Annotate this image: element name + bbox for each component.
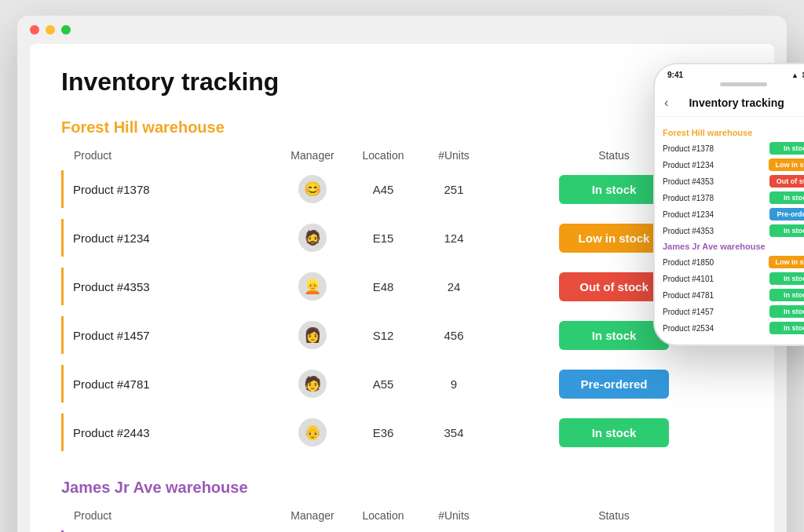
signal-icon: ▲ (791, 71, 799, 79)
warehouse-section-forest-hill: Forest Hill warehouse Product Manager Lo… (61, 118, 743, 454)
phone-status-badge: In stock (769, 191, 804, 204)
phone-status-badge: In stock (769, 305, 804, 318)
status-badge: In stock (559, 321, 669, 350)
phone-list-item: Product #4101 In stock (663, 272, 804, 285)
phone-list-item: Product #4353 Out of stock (663, 175, 804, 188)
status-badge: Out of stock (559, 272, 669, 301)
product-name: Product #1378 (61, 170, 281, 208)
phone-list-item: Product #1378 In stock (663, 191, 804, 204)
mobile-phone-mockup: 9:41 ▲ ⌘ ▮▮ ‹ Inventory tracking Forest … (653, 63, 804, 346)
phone-content: Forest Hill warehouse Product #1378 In s… (655, 117, 804, 344)
page-title: Inventory tracking (61, 67, 743, 97)
manager-avatar: 😊 (281, 175, 344, 203)
col-header-manager: Manager (281, 509, 344, 522)
product-name: Product #1457 (61, 316, 281, 354)
product-location: A45 (344, 183, 422, 196)
product-name: Product #4781 (61, 365, 281, 403)
phone-status-badge: Out of stock (769, 175, 804, 188)
phone-warehouse-title-forest-hill: Forest Hill warehouse (663, 128, 804, 137)
product-name: Product #4353 (61, 268, 281, 305)
maximize-dot[interactable] (61, 25, 71, 35)
product-units: 24 (422, 280, 485, 293)
phone-time: 9:41 (667, 71, 683, 79)
avatar: 👩 (298, 321, 327, 349)
phone-warehouse-title-james-jr: James Jr Ave warehouse (663, 242, 804, 251)
phone-product-name: Product #1850 (663, 258, 714, 267)
col-header-location: Location (344, 149, 422, 162)
manager-avatar: 🧑 (281, 370, 344, 398)
status-badge: In stock (559, 418, 669, 447)
phone-list-item: Product #2534 In stock (663, 322, 804, 334)
table-row: Product #2443 👴 E36 354 In stock (61, 411, 743, 454)
phone-notch (720, 82, 767, 86)
manager-avatar: 👱 (281, 272, 344, 301)
table-row: Product #1457 👩 S12 456 In stock (61, 314, 743, 356)
col-header-units: #Units (422, 509, 485, 522)
status-badge: Low in stock (559, 224, 669, 253)
col-header-status: Status (485, 509, 743, 522)
table-row: Product #4781 🧑 A55 9 Pre-ordered (61, 363, 743, 405)
phone-list-item: Product #1378 In stock (663, 142, 804, 155)
status-badge: In stock (559, 175, 669, 204)
phone-status-badge: In stock (769, 224, 804, 237)
col-header-manager: Manager (281, 149, 344, 162)
warehouse-title-forest-hill: Forest Hill warehouse (61, 118, 743, 137)
phone-list-item: Product #4781 In stock (663, 289, 804, 301)
close-dot[interactable] (30, 25, 39, 35)
product-name: Product #1234 (61, 219, 281, 257)
phone-list-item: Product #1234 Low in stock (663, 159, 804, 171)
table-row: Product #4353 👱 E48 24 Out of stock (61, 265, 743, 308)
product-location: E15 (344, 231, 422, 245)
phone-status-badge: In stock (769, 272, 804, 285)
avatar: 🧑 (298, 370, 327, 398)
status-badge: Pre-ordered (559, 370, 669, 399)
product-status: In stock (485, 418, 743, 447)
col-header-product: Product (61, 149, 281, 162)
table-row: Product #1850 🧔 Q42 1,221 Low in stock (61, 528, 743, 532)
phone-product-name: Product #1378 (663, 194, 714, 202)
minimize-dot[interactable] (46, 25, 55, 35)
product-location: E48 (344, 280, 422, 293)
phone-product-name: Product #1378 (663, 144, 714, 153)
product-location: A55 (344, 377, 422, 391)
product-units: 354 (422, 426, 485, 439)
phone-list-item: Product #1457 In stock (663, 305, 804, 318)
manager-avatar: 🧔 (281, 224, 344, 252)
app-window: Inventory tracking Forest Hill warehouse… (17, 16, 787, 532)
phone-product-name: Product #2534 (663, 324, 714, 333)
phone-status-icons: ▲ ⌘ ▮▮ (791, 71, 804, 79)
warehouse-section-james-jr: James Jr Ave warehouse Product Manager L… (61, 479, 743, 532)
phone-product-name: Product #4353 (663, 177, 714, 186)
phone-list-item: Product #4353 In stock (663, 224, 804, 237)
product-location: S12 (344, 329, 422, 342)
phone-status-badge: Low in stock (769, 159, 804, 171)
product-units: 124 (422, 231, 485, 245)
back-icon[interactable]: ‹ (664, 96, 668, 110)
avatar: 👱 (298, 272, 327, 301)
window-titlebar (17, 16, 787, 44)
inventory-table-forest-hill: Product Manager Location #Units Status P… (61, 146, 743, 454)
table-row: Product #1378 😊 A45 251 In stock (61, 168, 743, 210)
phone-page-title: Inventory tracking (689, 97, 784, 109)
col-header-units: #Units (422, 149, 485, 162)
phone-status-badge: In stock (769, 142, 804, 155)
product-location: E36 (344, 426, 422, 439)
table-header-forest-hill: Product Manager Location #Units Status (61, 146, 743, 168)
avatar: 👴 (298, 418, 327, 446)
phone-product-name: Product #1234 (663, 210, 714, 219)
inventory-table-james-jr: Product Manager Location #Units Status P… (61, 506, 743, 532)
product-units: 251 (422, 183, 485, 196)
manager-avatar: 👴 (281, 418, 344, 446)
phone-header: ‹ Inventory tracking (655, 89, 804, 117)
phone-status-badge: Low in stock (769, 256, 804, 268)
col-header-location: Location (344, 509, 422, 522)
product-units: 9 (422, 377, 485, 391)
table-header-james-jr: Product Manager Location #Units Status (61, 506, 743, 528)
phone-status-badge: In stock (769, 289, 804, 301)
product-units: 456 (422, 329, 485, 342)
phone-product-name: Product #4101 (663, 275, 714, 283)
col-header-product: Product (61, 509, 281, 522)
phone-list-item: Product #1234 Pre-ordered (663, 208, 804, 220)
avatar: 🧔 (298, 224, 327, 252)
product-status: Pre-ordered (485, 370, 743, 399)
